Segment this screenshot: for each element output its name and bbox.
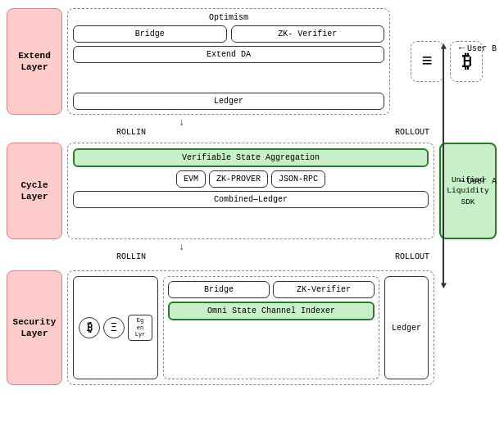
rollin-label-bottom: ROLLIN (116, 252, 146, 261)
rollin-vertical-bottom: ↓ (179, 242, 184, 253)
rollin-vertical-top: ↓ (179, 117, 184, 129)
rollout-vertical-line (443, 45, 444, 287)
extend-layer-label: Extend Layer (7, 8, 62, 115)
crypto-icons-box: ₿ Ξ EgenLyr (73, 276, 158, 379)
extend-ledger-box: Ledger (73, 93, 384, 110)
rollin-label-top: ROLLIN (116, 128, 146, 137)
security-bridge-box: Bridge (168, 281, 270, 298)
cycle-layer-label: Cycle Layer (7, 143, 62, 239)
arrow-left-icon-a: ← (459, 175, 465, 187)
extend-zk-verifier-box: ZK- Verifier (231, 25, 385, 43)
extend-bridge-box: Bridge (73, 25, 227, 43)
rollout-label-top: ROLLOUT (395, 128, 429, 137)
ethereum-icon-security: Ξ (103, 317, 125, 338)
zkprover-box: ZK-PROVER (209, 170, 268, 188)
security-box: ₿ Ξ EgenLyr Bridge ZK-Verifier (67, 270, 434, 385)
extend-da-box: Extend DA (73, 46, 384, 63)
security-ledger-box: Ledger (384, 276, 429, 379)
omni-box: Omni State Channel Indexer (168, 302, 375, 320)
combined-ledger-box: Combined—Ledger (73, 191, 429, 208)
vsa-box: Verifiable State Aggregation (73, 148, 429, 167)
user-b-label: ← User B (459, 43, 497, 54)
rollout-arrow-top: ▲ (441, 41, 447, 52)
equals-box: ≡ (411, 41, 443, 82)
rollout-arrow-bottom: ▼ (441, 280, 447, 292)
security-zk-verifier-box: ZK-Verifier (273, 281, 375, 298)
rollout-label-bottom: ROLLOUT (395, 252, 429, 261)
arrow-left-icon-b: ← (459, 43, 465, 54)
security-layer-label: Security Layer (7, 270, 62, 385)
bitcoin-icon-security: ₿ (79, 317, 100, 338)
user-a-label: ← User A (459, 175, 497, 187)
optimism-title: Optimism (73, 13, 384, 22)
unified-sdk-box: Unified Liquidity SDK (439, 143, 497, 239)
jsonrpc-box: JSON-RPC (271, 170, 325, 188)
diagram-canvas: Extend Layer Optimism Bridge ZK- Verifie… (0, 0, 504, 422)
evm-box: EVM (176, 170, 206, 188)
optimism-box: Optimism Bridge ZK- Verifier Extend DA (67, 8, 390, 115)
eigen-layer-box: EgenLyr (128, 315, 152, 341)
cycle-box: Verifiable State Aggregation EVM ZK-PROV… (67, 143, 434, 239)
security-right-dashed: Bridge ZK-Verifier Omni State Channel In… (163, 276, 379, 379)
equals-icon: ≡ (421, 52, 432, 72)
